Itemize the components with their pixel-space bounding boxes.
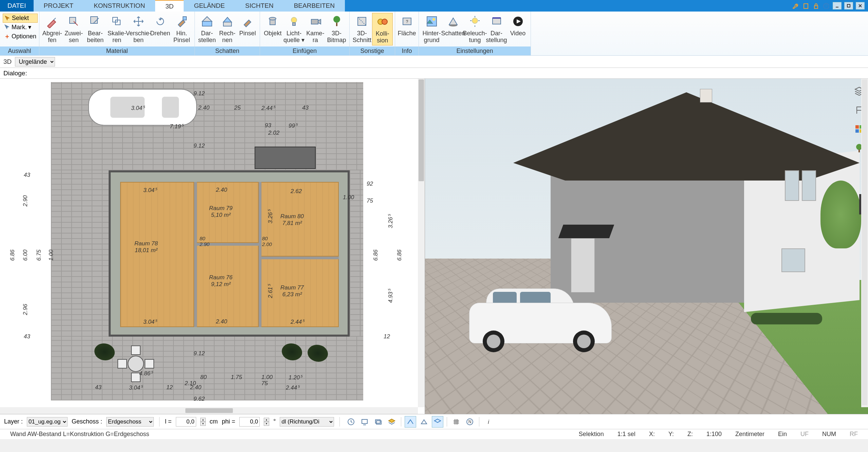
svg-rect-14: [223, 22, 232, 26]
menu-tab-projekt[interactable]: PROJEKT: [34, 0, 84, 12]
dim-door-2: 802.00: [262, 236, 272, 247]
layer-label: Layer :: [4, 418, 23, 425]
dim-right-0: 92: [367, 181, 373, 187]
ribbon-btn-label: Fläche: [398, 30, 416, 37]
ribbon-btn-zuwei-sen[interactable]: Zuwei- sen: [63, 13, 85, 45]
l-up[interactable]: ▴: [200, 418, 206, 422]
ribbon-btn-licht-quelle-[interactable]: Licht- quelle ▾: [283, 13, 305, 45]
wrench-icon[interactable]: [791, 2, 799, 10]
label-room-80: Raum 807,81 m²: [280, 213, 304, 227]
ribbon-btn-3d-bitmap[interactable]: 3D- Bitmap: [326, 13, 347, 45]
menu-tab-sichten[interactable]: SICHTEN: [235, 0, 283, 12]
dim-left-6: 2.96: [22, 304, 29, 315]
monitor-icon[interactable]: [359, 416, 370, 428]
help-icon[interactable]: ?: [822, 2, 830, 10]
ribbon-btn-video[interactable]: Video: [507, 13, 529, 38]
phi-label: phi =: [222, 418, 236, 425]
snap-3-icon[interactable]: [432, 416, 443, 428]
group-label-auswahl: Auswahl: [0, 46, 39, 55]
ribbon-btn-hin-pinsel[interactable]: Hin. Pinsel: [171, 13, 193, 45]
ribbon-btn-kame-ra[interactable]: Kame- ra: [305, 13, 326, 45]
layer-select[interactable]: 01_ug.eg.og: [27, 417, 68, 427]
dim-bot-4: 1.75: [231, 374, 242, 381]
lock-icon[interactable]: [812, 2, 820, 10]
menu-tab-gelaende[interactable]: GELÄNDE: [184, 0, 235, 12]
ribbon-btn-fl-che[interactable]: ?Fläche: [397, 13, 417, 38]
window-2: [802, 170, 816, 201]
minimize-button[interactable]: [833, 2, 842, 10]
svg-point-30: [472, 18, 478, 23]
dim-top-6: 7.19⁵: [170, 123, 183, 130]
snap-2-icon[interactable]: [418, 416, 430, 428]
dim-w79: 2.40: [216, 187, 227, 193]
dim-right-4: 6.86: [372, 249, 379, 261]
info-i-icon[interactable]: i: [483, 416, 494, 428]
optionen-button[interactable]: ＋Optionen: [3, 32, 38, 41]
clock-icon[interactable]: [345, 416, 357, 428]
floorplan-pane[interactable]: Raum 7818,01 m² Raum 795,10 m² Raum 769,…: [0, 79, 425, 414]
snap-1-icon[interactable]: [405, 416, 416, 428]
menu-tab-3d[interactable]: 3D: [155, 0, 184, 12]
group-label-material: Material: [39, 46, 195, 55]
phi-up[interactable]: ▴: [264, 418, 269, 422]
ribbon-btn-pinsel[interactable]: Pinsel: [237, 13, 258, 38]
status-left: Wand AW-Bestand L=Konstruktion G=Erdgesc…: [3, 431, 156, 438]
dim-right-1: 75: [367, 197, 373, 204]
svg-rect-42: [858, 150, 860, 152]
terrain-select[interactable]: Urgelände: [15, 57, 55, 67]
ribbon-btn-abgrei-fen[interactable]: Abgrei- fen: [41, 13, 63, 45]
ribbon-btn-kolli-sion[interactable]: Kolli- sion: [372, 13, 393, 45]
phi-down[interactable]: ▾: [264, 422, 269, 426]
dim-bot-0: 9.12: [193, 350, 205, 357]
vscroll-left[interactable]: [418, 79, 425, 407]
svg-text:N: N: [468, 419, 472, 424]
ribbon-btn-dar-stellen[interactable]: Dar- stellen: [197, 13, 217, 45]
vscroll-right[interactable]: [861, 79, 868, 407]
ribbon-btn-schatten[interactable]: Schatten: [442, 13, 464, 38]
maximize-button[interactable]: [844, 2, 853, 10]
ribbon-btn-verschie-ben[interactable]: Verschie- ben: [128, 13, 149, 45]
grid-icon[interactable]: [450, 416, 462, 428]
camera-stack-icon[interactable]: [372, 416, 384, 428]
ribbon-btn-rech-nen[interactable]: Rech- nen: [217, 13, 238, 45]
ribbon-btn-hinter-grund[interactable]: Hinter- grund: [421, 13, 442, 45]
close-button[interactable]: [856, 2, 865, 10]
svg-rect-5: [847, 4, 850, 7]
menu-tab-datei[interactable]: DATEI: [0, 0, 34, 12]
layers-tb-icon[interactable]: [386, 416, 398, 428]
svg-text:?: ?: [825, 4, 828, 8]
dialoge-label: Dialoge:: [3, 70, 27, 77]
dim-top-8: 99⁵: [289, 122, 297, 129]
selekt-button[interactable]: Selekt: [3, 14, 38, 23]
ribbon-btn-objekt[interactable]: Objekt: [262, 13, 283, 38]
ribbon-btn-skalie-ren[interactable]: Skalie- ren: [106, 13, 128, 45]
front-door: [571, 238, 595, 293]
north-icon[interactable]: N: [464, 416, 476, 428]
l-input[interactable]: [176, 417, 196, 427]
phi-input[interactable]: [239, 417, 260, 427]
dim-w78-top: 3.04⁵: [143, 187, 157, 194]
ribbon-btn-3d-schnitt[interactable]: 3D- Schnitt: [352, 13, 372, 45]
ribbon-btn-drehen[interactable]: Drehen: [149, 13, 171, 38]
l-down[interactable]: ▾: [200, 422, 206, 426]
dim-top-0: 9.12: [193, 90, 205, 97]
hscroll-left[interactable]: [0, 407, 418, 414]
svg-rect-17: [293, 23, 295, 25]
dim-bot-1: 3.04⁵: [129, 384, 143, 391]
ribbon-btn-beleuch-tung[interactable]: Beleuch- tung: [464, 13, 486, 45]
dim-left-4: 1.00: [48, 249, 55, 261]
view-3d-pane[interactable]: ≡: [425, 79, 868, 414]
ribbon-btn-bear-beiten[interactable]: Bear- beiten: [85, 13, 106, 45]
geschoss-select[interactable]: Erdgeschoss: [106, 417, 154, 427]
svg-rect-44: [362, 419, 367, 423]
mark-button[interactable]: Mark. ▾: [3, 23, 38, 32]
mode-select[interactable]: dl (Richtung/Di: [280, 417, 334, 427]
wall-1: [194, 182, 197, 327]
menu-tab-bearbeiten[interactable]: BEARBEITEN: [284, 0, 345, 12]
dim-bot-6: 1.20⁵: [289, 374, 302, 381]
ribbon-btn-dar-stellung[interactable]: Dar- stellung: [486, 13, 507, 45]
dim-w76: 2.40: [216, 318, 227, 325]
menu-tab-konstruktion[interactable]: KONSTRUKTION: [84, 0, 155, 12]
chimney: [700, 89, 712, 102]
clipboard-icon[interactable]: [801, 2, 810, 10]
